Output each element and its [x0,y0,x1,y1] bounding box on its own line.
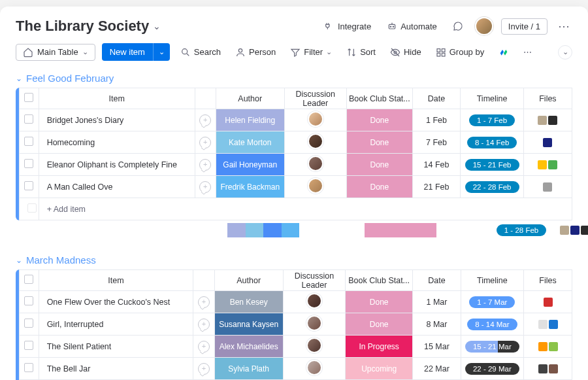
add-update-icon[interactable] [199,114,211,126]
date-cell[interactable]: 1 Feb [412,109,461,131]
add-item-row[interactable]: + Add item [20,198,572,220]
date-cell[interactable]: 1 Mar [413,291,461,313]
row-checkbox-cell[interactable] [20,131,39,154]
add-update-icon[interactable] [198,341,210,353]
file-thumb[interactable] [544,298,553,307]
column-checkbox-header[interactable] [20,88,39,109]
hide-button[interactable]: Hide [386,44,425,60]
chat-cell[interactable] [195,154,216,176]
group-by-button[interactable]: Group by [432,44,488,60]
leader-cell[interactable] [284,176,346,198]
new-item-dropdown[interactable]: ⌄ [153,43,170,61]
table-row[interactable]: The Silent Patient Alex Michaelides In P… [20,336,572,358]
files-cell[interactable] [524,358,572,380]
date-cell[interactable]: 21 Feb [412,176,461,198]
author-cell[interactable]: Susanna Kaysen [214,313,283,336]
sort-button[interactable]: Sort [342,44,380,60]
files-cell[interactable] [524,313,572,336]
column-leader-header[interactable]: Discussion Leader [284,88,346,109]
column-checkbox-header[interactable] [20,270,39,291]
status-cell[interactable]: Done [346,154,412,176]
item-name-cell[interactable]: Eleanor Oliphant is Completely Fine [39,154,195,176]
timeline-cell[interactable]: 15 - 21 Feb [461,154,523,176]
chevron-down-icon[interactable]: ⌄ [153,21,161,31]
person-button[interactable]: Person [231,44,280,60]
table-row[interactable]: The Bell Jar Sylvia Plath Upcoming 22 Ma… [20,358,572,380]
status-cell[interactable]: Done [346,109,412,131]
chat-cell[interactable] [193,291,214,313]
apps-button[interactable] [495,44,513,60]
column-status-header[interactable]: Book Club Stat... [346,270,413,291]
title-wrap[interactable]: The Library Society ⌄ [16,18,161,35]
author-cell[interactable]: Sylvia Plath [214,358,283,380]
chat-cell[interactable] [193,336,214,358]
leader-avatar[interactable] [308,133,323,149]
chat-cell[interactable] [195,176,216,198]
chat-cell[interactable] [195,131,216,154]
add-update-icon[interactable] [198,296,210,308]
leader-avatar[interactable] [308,111,323,127]
more-options-button[interactable]: ⋯ [555,19,572,33]
file-thumb[interactable] [538,116,547,125]
files-cell[interactable] [523,154,572,176]
item-name-cell[interactable]: Bridget Jones's Diary [39,109,195,131]
leader-avatar[interactable] [308,156,323,171]
leader-cell[interactable] [284,154,346,176]
status-cell[interactable]: Upcoming [346,358,413,380]
invite-button[interactable]: Invite / 1 [501,18,547,35]
table-row[interactable]: Homecoming Kate Morton Done 7 Feb 8 - 14… [20,131,572,154]
view-selector[interactable]: Main Table ⌄ [16,44,95,61]
conversation-button[interactable] [449,18,467,34]
add-update-icon[interactable] [199,181,211,193]
column-author-header[interactable]: Author [216,88,284,109]
collapse-toolbar-button[interactable]: ⌄ [558,45,572,60]
row-checkbox-cell[interactable] [20,313,39,336]
row-checkbox-cell[interactable] [20,336,39,358]
files-cell[interactable] [524,291,572,313]
item-name-cell[interactable]: The Silent Patient [39,336,193,358]
column-timeline-header[interactable]: Timeline [461,88,523,109]
file-thumb[interactable] [548,116,557,125]
column-files-header[interactable]: Files [523,88,572,109]
date-cell[interactable]: 22 Mar [413,358,461,380]
files-cell[interactable] [523,176,572,198]
timeline-cell[interactable]: 8 - 14 Feb [461,131,523,154]
row-checkbox-cell[interactable] [20,154,39,176]
status-cell[interactable]: Done [346,291,413,313]
author-cell[interactable]: Alex Michaelides [214,336,283,358]
user-avatar[interactable] [475,17,493,35]
column-timeline-header[interactable]: Timeline [461,270,523,291]
item-name-cell[interactable]: A Man Called Ove [39,176,195,198]
add-update-icon[interactable] [199,137,211,148]
column-status-header[interactable]: Book Club Stat... [346,88,412,109]
table-row[interactable]: One Flew Over the Cuckoo's Nest Ben Kese… [20,291,572,313]
timeline-cell[interactable]: 8 - 14 Mar [461,313,523,336]
filter-button[interactable]: Filter ⌄ [286,44,336,60]
row-checkbox-cell[interactable] [20,291,39,313]
date-cell[interactable]: 14 Feb [412,154,461,176]
author-cell[interactable]: Fredrik Backman [216,176,284,198]
date-cell[interactable]: 15 Mar [413,336,461,358]
files-cell[interactable] [524,336,572,358]
author-cell[interactable]: Helen Fielding [216,109,284,131]
chat-cell[interactable] [193,358,214,380]
file-thumb[interactable] [538,160,547,169]
file-thumb[interactable] [543,138,552,147]
chat-cell[interactable] [193,313,214,336]
leader-avatar[interactable] [306,360,322,375]
status-cell[interactable]: Done [346,176,412,198]
table-row[interactable]: Eleanor Oliphant is Completely Fine Gail… [20,154,572,176]
author-cell[interactable]: Kate Morton [216,131,284,154]
file-thumb[interactable] [549,364,558,373]
timeline-cell[interactable]: 1 - 7 Feb [461,109,523,131]
column-files-header[interactable]: Files [524,270,572,291]
leader-cell[interactable] [283,336,345,358]
status-cell[interactable]: Done [346,131,412,154]
leader-cell[interactable] [284,131,346,154]
chat-cell[interactable] [195,109,216,131]
more-tools-button[interactable]: ⋯ [519,44,536,60]
date-cell[interactable]: 7 Feb [412,131,461,154]
group-header[interactable]: ⌄March Madness [16,254,572,266]
file-thumb[interactable] [549,320,558,329]
file-thumb[interactable] [549,342,558,351]
